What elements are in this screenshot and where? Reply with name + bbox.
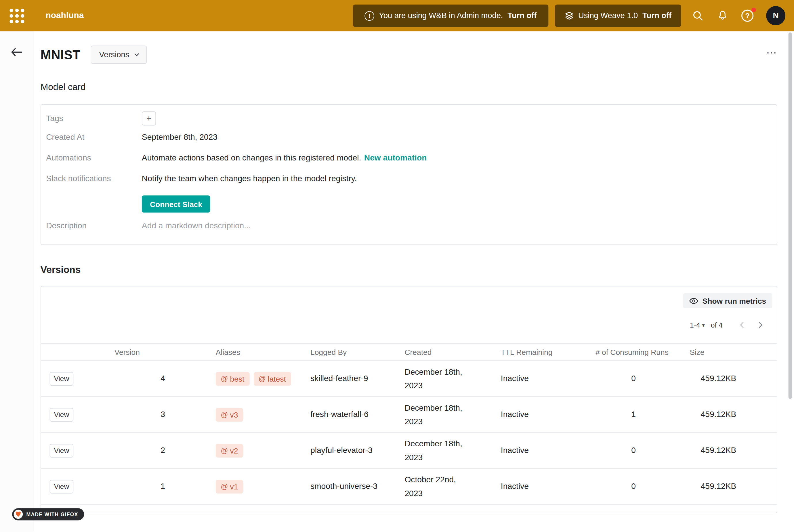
consuming-runs-cell: 0 bbox=[596, 482, 672, 491]
previous-page-button[interactable] bbox=[738, 321, 746, 329]
weave-banner-text: Using Weave 1.0 bbox=[578, 11, 638, 20]
admin-turn-off-button[interactable]: Turn off bbox=[508, 11, 536, 20]
version-cell: 2 bbox=[89, 446, 165, 455]
search-icon[interactable] bbox=[692, 10, 704, 22]
table-row: View 2 @v2 playful-elevator-3 December 1… bbox=[41, 433, 777, 469]
page-total: of 4 bbox=[711, 321, 723, 329]
aliases-cell: @v2 bbox=[165, 444, 309, 457]
logged-by-cell[interactable]: skilled-feather-9 bbox=[309, 374, 403, 383]
created-at-label: Created At bbox=[46, 132, 142, 143]
table-row: View 1 @v1 smooth-universe-3 October 22n… bbox=[41, 469, 777, 505]
column-header-logged-by[interactable]: Logged By bbox=[309, 348, 403, 356]
slack-row: Slack notifications Notify the team when… bbox=[46, 173, 772, 184]
created-cell: December 18th, 2023 bbox=[403, 401, 499, 428]
alias-tag[interactable]: @latest bbox=[253, 372, 291, 386]
app-window: noahluna ! You are using W&B in Admin mo… bbox=[0, 0, 794, 532]
connect-slack-button[interactable]: Connect Slack bbox=[142, 195, 210, 212]
show-run-metrics-button[interactable]: Show run metrics bbox=[683, 293, 772, 308]
size-cell: 459.12KB bbox=[672, 446, 777, 455]
created-cell: December 18th, 2023 bbox=[403, 365, 499, 392]
consuming-runs-cell: 0 bbox=[596, 446, 672, 455]
at-icon: @ bbox=[221, 482, 228, 490]
alias-tag[interactable]: @v3 bbox=[216, 408, 243, 422]
back-button[interactable] bbox=[7, 44, 25, 60]
caret-down-icon: ▾ bbox=[702, 322, 705, 327]
page-range-dropdown[interactable]: 1-4 ▾ bbox=[690, 321, 705, 329]
dots-grid-icon bbox=[10, 8, 24, 23]
versions-table: Version Aliases Logged By Created TTL Re… bbox=[41, 343, 777, 505]
left-rail bbox=[0, 31, 33, 532]
ttl-cell: Inactive bbox=[499, 374, 596, 383]
created-cell: October 22nd, 2023 bbox=[403, 473, 499, 500]
description-label: Description bbox=[46, 220, 142, 231]
scrollbar-thumb[interactable] bbox=[789, 33, 792, 399]
table-row: View 3 @v3 fresh-waterfall-6 December 18… bbox=[41, 397, 777, 433]
help-icon[interactable]: ? bbox=[741, 10, 753, 22]
model-card-heading: Model card bbox=[41, 82, 777, 93]
automations-label: Automations bbox=[46, 152, 142, 164]
wandb-logo-icon[interactable] bbox=[0, 0, 33, 31]
column-header-size[interactable]: Size bbox=[672, 348, 777, 356]
column-header-consuming-runs[interactable]: # of Consuming Runs bbox=[596, 348, 672, 356]
page-title: MNIST bbox=[41, 48, 80, 62]
at-icon: @ bbox=[259, 375, 266, 383]
admin-mode-banner: ! You are using W&B in Admin mode. Turn … bbox=[353, 5, 548, 27]
model-card: Tags + Created At September 8th, 2023 Au… bbox=[41, 104, 777, 245]
ttl-cell: Inactive bbox=[499, 482, 596, 491]
logged-by-cell[interactable]: smooth-universe-3 bbox=[309, 482, 403, 491]
size-cell: 459.12KB bbox=[672, 410, 777, 419]
gifox-label: MADE WITH GIFOX bbox=[26, 512, 78, 517]
automations-row: Automations Automate actions based on ch… bbox=[46, 152, 772, 164]
version-cell: 4 bbox=[89, 374, 165, 383]
pagination: 1-4 ▾ of 4 bbox=[690, 321, 765, 329]
created-cell: December 18th, 2023 bbox=[403, 437, 499, 464]
version-cell: 1 bbox=[89, 482, 165, 491]
created-at-value: September 8th, 2023 bbox=[142, 132, 218, 143]
view-version-button[interactable]: View bbox=[50, 408, 73, 422]
versions-dropdown[interactable]: Versions bbox=[91, 45, 147, 63]
slack-text: Notify the team when changes happen in t… bbox=[142, 173, 357, 184]
alias-tag[interactable]: @v2 bbox=[216, 444, 243, 457]
ttl-cell: Inactive bbox=[499, 410, 596, 419]
column-header-ttl[interactable]: TTL Remaining bbox=[499, 348, 596, 356]
view-version-button[interactable]: View bbox=[50, 444, 73, 457]
topbar: noahluna ! You are using W&B in Admin mo… bbox=[0, 0, 794, 31]
next-page-button[interactable] bbox=[757, 321, 765, 329]
avatar[interactable]: N bbox=[766, 6, 786, 25]
page-header: MNIST Versions ⋯ bbox=[41, 45, 777, 63]
logged-by-cell[interactable]: playful-elevator-3 bbox=[309, 446, 403, 455]
at-icon: @ bbox=[221, 375, 228, 383]
weave-turn-off-button[interactable]: Turn off bbox=[642, 11, 672, 20]
notification-dot bbox=[752, 7, 756, 12]
gifox-badge: MADE WITH GIFOX bbox=[12, 508, 84, 520]
topbar-actions: ? N bbox=[692, 0, 786, 31]
view-version-button[interactable]: View bbox=[50, 480, 73, 493]
alias-tag[interactable]: @v1 bbox=[216, 480, 243, 493]
admin-banner-text: You are using W&B in Admin mode. bbox=[379, 11, 503, 20]
aliases-cell: @v3 bbox=[165, 408, 309, 422]
description-placeholder[interactable]: Add a markdown description... bbox=[142, 220, 251, 231]
new-automation-link[interactable]: New automation bbox=[364, 153, 427, 162]
add-tag-button[interactable]: + bbox=[142, 111, 156, 126]
overflow-menu-icon[interactable]: ⋯ bbox=[766, 46, 777, 59]
view-version-button[interactable]: View bbox=[50, 372, 73, 386]
bell-icon[interactable] bbox=[717, 10, 729, 22]
team-name[interactable]: noahluna bbox=[45, 0, 84, 31]
consuming-runs-cell: 1 bbox=[596, 410, 672, 419]
versions-panel: Show run metrics 1-4 ▾ of 4 Version bbox=[41, 286, 777, 513]
ttl-cell: Inactive bbox=[499, 446, 596, 455]
column-header-version[interactable]: Version bbox=[89, 348, 165, 356]
table-row: View 4 @best @latest skilled-feather-9 D… bbox=[41, 361, 777, 397]
size-cell: 459.12KB bbox=[672, 482, 777, 491]
consuming-runs-cell: 0 bbox=[596, 374, 672, 383]
column-header-created[interactable]: Created bbox=[403, 348, 499, 356]
at-icon: @ bbox=[221, 411, 228, 419]
alias-tag[interactable]: @best bbox=[216, 372, 249, 386]
aliases-cell: @v1 bbox=[165, 480, 309, 493]
column-header-aliases[interactable]: Aliases bbox=[165, 348, 309, 356]
created-at-row: Created At September 8th, 2023 bbox=[46, 132, 772, 143]
automations-value: Automate actions based on changes in thi… bbox=[142, 152, 427, 164]
description-row: Description Add a markdown description..… bbox=[46, 220, 772, 244]
chevron-down-icon bbox=[134, 53, 139, 56]
logged-by-cell[interactable]: fresh-waterfall-6 bbox=[309, 410, 403, 419]
